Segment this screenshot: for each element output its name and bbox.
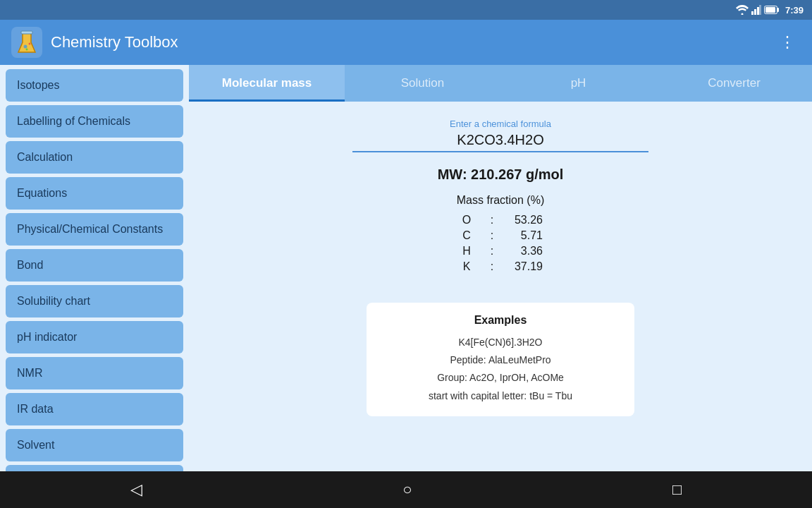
tab-content: Enter a chemical formula MW: 210.267 g/m… xyxy=(189,102,812,471)
tab-converter[interactable]: Converter xyxy=(656,65,812,102)
time-display: 7:39 xyxy=(785,5,804,16)
main-layout: Isotopes Labelling of Chemicals Calculat… xyxy=(0,65,812,471)
formula-section: Enter a chemical formula xyxy=(352,119,648,152)
tab-molecular-mass[interactable]: Molecular mass xyxy=(189,65,345,102)
app-bar-left: Chemistry Toolbox xyxy=(11,27,178,58)
mass-fraction-row: C : 5.71 xyxy=(416,228,585,243)
svg-point-11 xyxy=(29,43,31,45)
menu-button[interactable]: ⋮ xyxy=(774,28,801,57)
element-value-2: 3.36 xyxy=(509,245,543,258)
element-colon-0: : xyxy=(486,214,498,226)
tab-ph[interactable]: pH xyxy=(500,65,656,102)
sidebar-item-equations[interactable]: Equations xyxy=(6,177,183,210)
element-symbol-1: C xyxy=(458,229,475,242)
sidebar-item-ir-data[interactable]: IR data xyxy=(6,393,183,425)
sidebar-item-calculation[interactable]: Calculation xyxy=(6,141,183,174)
svg-point-10 xyxy=(24,45,27,49)
formula-input[interactable] xyxy=(352,132,648,148)
element-value-1: 5.71 xyxy=(509,229,543,242)
nav-back-button[interactable]: ◁ xyxy=(113,475,159,504)
svg-rect-2 xyxy=(754,9,756,15)
svg-point-12 xyxy=(26,49,28,51)
mass-fraction-table: Mass fraction (%) O : 53.26 C : 5.71 H :… xyxy=(416,194,585,274)
sidebar-item-physical-chemical[interactable]: Physical/Chemical Constants xyxy=(6,213,183,246)
mass-fraction-row: K : 37.19 xyxy=(416,259,585,274)
element-value-3: 37.19 xyxy=(509,260,543,273)
examples-content: K4[Fe(CN)6].3H2O Peptide: AlaLeuMetPro G… xyxy=(383,334,617,405)
mass-fraction-row: O : 53.26 xyxy=(416,212,585,228)
sidebar: Isotopes Labelling of Chemicals Calculat… xyxy=(0,65,189,471)
tab-solution[interactable]: Solution xyxy=(345,65,500,102)
svg-rect-1 xyxy=(751,11,753,15)
element-symbol-0: O xyxy=(458,214,475,226)
element-colon-2: : xyxy=(486,245,498,258)
element-colon-3: : xyxy=(486,260,498,273)
element-colon-1: : xyxy=(486,229,498,242)
svg-rect-7 xyxy=(765,7,775,13)
example-line-2: Group: Ac2O, IprOH, AcOMe xyxy=(383,369,617,387)
sidebar-item-bond[interactable]: Bond xyxy=(6,249,183,282)
sidebar-item-labelling[interactable]: Labelling of Chemicals xyxy=(6,105,183,138)
wifi-icon xyxy=(736,5,749,15)
content-area: Molecular mass Solution pH Converter Ent… xyxy=(189,65,812,471)
tabs-bar: Molecular mass Solution pH Converter xyxy=(189,65,812,102)
examples-box: Examples K4[Fe(CN)6].3H2O Peptide: AlaLe… xyxy=(367,303,634,416)
mass-fraction-row: H : 3.36 xyxy=(416,243,585,259)
sidebar-item-pka[interactable]: pKa xyxy=(6,465,183,471)
app-bar: Chemistry Toolbox ⋮ xyxy=(0,20,812,65)
status-icons: 7:39 xyxy=(736,5,804,16)
element-symbol-2: H xyxy=(458,245,475,258)
svg-rect-6 xyxy=(777,8,779,12)
nav-recent-button[interactable]: □ xyxy=(656,475,699,504)
element-symbol-3: K xyxy=(458,260,475,273)
signal-icon xyxy=(751,5,761,15)
sidebar-item-ph-indicator[interactable]: pH indicator xyxy=(6,321,183,353)
battery-icon xyxy=(764,6,780,14)
app-logo-icon xyxy=(11,27,42,58)
example-line-0: K4[Fe(CN)6].3H2O xyxy=(383,334,617,351)
example-line-1: Peptide: AlaLeuMetPro xyxy=(383,351,617,369)
formula-input-wrapper xyxy=(352,132,648,152)
nav-home-button[interactable]: ○ xyxy=(386,475,429,504)
sidebar-item-solvent[interactable]: Solvent xyxy=(6,429,183,461)
app-title: Chemistry Toolbox xyxy=(51,33,178,52)
mass-fraction-header: Mass fraction (%) xyxy=(416,194,585,207)
examples-title: Examples xyxy=(383,314,617,327)
example-line-3: start with capital letter: tBu = Tbu xyxy=(383,387,617,405)
sidebar-item-solubility[interactable]: Solubility chart xyxy=(6,285,183,318)
svg-point-0 xyxy=(741,13,743,16)
svg-rect-9 xyxy=(21,31,32,34)
sidebar-item-nmr[interactable]: NMR xyxy=(6,357,183,389)
status-bar: 7:39 xyxy=(0,0,812,20)
sidebar-item-isotopes[interactable]: Isotopes xyxy=(6,69,183,102)
svg-rect-3 xyxy=(757,7,759,15)
bottom-nav: ◁ ○ □ xyxy=(0,471,812,508)
svg-rect-4 xyxy=(759,5,761,15)
mw-result: MW: 210.267 g/mol xyxy=(438,167,564,183)
element-value-0: 53.26 xyxy=(509,214,543,226)
formula-input-label: Enter a chemical formula xyxy=(450,119,551,129)
